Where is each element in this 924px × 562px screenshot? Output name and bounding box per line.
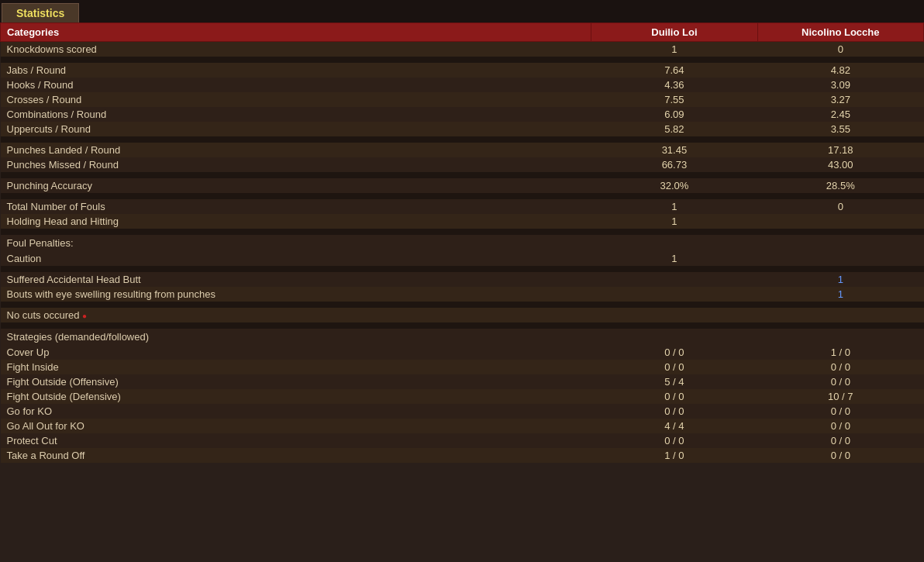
row-val-fighter1: 32.0%: [591, 178, 757, 193]
row-val-fighter2: 2.45: [757, 107, 923, 122]
no-cuts-label: No cuts occured ●: [1, 308, 591, 322]
row-val-fighter2: 1 / 0: [757, 345, 923, 360]
row-val-fighter1: 0 / 0: [591, 360, 757, 374]
spacer-row: [1, 266, 924, 272]
row-val-fighter1: 7.64: [591, 63, 757, 78]
table-row: Suffered Accidental Head Butt 1: [1, 272, 924, 287]
table-row: Fight Outside (Offensive) 5 / 4 0 / 0: [1, 374, 924, 389]
spacer-row: [1, 172, 924, 178]
row-label: Holding Head and Hitting: [1, 214, 591, 229]
row-label: Go for KO: [1, 404, 591, 419]
row-val-fighter2: 3.27: [757, 92, 923, 107]
row-val-fighter2: 0: [757, 42, 923, 57]
table-row: Protect Cut 0 / 0 0 / 0: [1, 433, 924, 448]
table-row: Go All Out for KO 4 / 4 0 / 0: [1, 419, 924, 433]
row-label: Total Number of Fouls: [1, 199, 591, 214]
no-cuts-row: No cuts occured ●: [1, 308, 924, 322]
row-label: Punches Missed / Round: [1, 157, 591, 172]
row-val-fighter1: 5.82: [591, 122, 757, 136]
table-row: Combinations / Round 6.09 2.45: [1, 107, 924, 122]
row-label: Bouts with eye swelling resulting from p…: [1, 287, 591, 302]
tab-statistics[interactable]: Statistics: [2, 3, 79, 22]
header-fighter1: Duilio Loi: [591, 23, 757, 42]
row-val-fighter1: 31.45: [591, 143, 757, 157]
row-label: Uppercuts / Round: [1, 122, 591, 136]
row-val-fighter2: 10 / 7: [757, 389, 923, 404]
row-val-fighter2: [757, 251, 923, 266]
row-val-fighter1: 1: [591, 251, 757, 266]
row-val-fighter1: 66.73: [591, 157, 757, 172]
row-val-fighter2: 0 / 0: [757, 419, 923, 433]
section-label: Foul Penalties:: [1, 235, 591, 251]
table-header: Categories Duilio Loi Nicolino Locche: [1, 23, 924, 42]
table-row: Punching Accuracy 32.0% 28.5%: [1, 178, 924, 193]
table-row: Punches Missed / Round 66.73 43.00: [1, 157, 924, 172]
row-val-fighter2: 0 / 0: [757, 433, 923, 448]
row-val-fighter1: 0 / 0: [591, 389, 757, 404]
row-val-fighter2: 0 / 0: [757, 404, 923, 419]
row-val-fighter2: 3.09: [757, 78, 923, 92]
table-row: Jabs / Round 7.64 4.82: [1, 63, 924, 78]
spacer-row: [1, 229, 924, 235]
row-val-fighter1: 7.55: [591, 92, 757, 107]
spacer-row: [1, 193, 924, 199]
row-val-fighter1: 5 / 4: [591, 374, 757, 389]
row-val-fighter1: 1: [591, 42, 757, 57]
table-row: Uppercuts / Round 5.82 3.55: [1, 122, 924, 136]
row-val-fighter2: 0 / 0: [757, 374, 923, 389]
row-val-fighter1: 1 / 0: [591, 448, 757, 463]
table-row: Go for KO 0 / 0 0 / 0: [1, 404, 924, 419]
row-val-fighter1: 0 / 0: [591, 433, 757, 448]
table-row: Fight Outside (Defensive) 0 / 0 10 / 7: [1, 389, 924, 404]
table-row: Take a Round Off 1 / 0 0 / 0: [1, 448, 924, 463]
row-label: Caution: [1, 251, 591, 266]
section-label-row: Strategies (demanded/followed): [1, 329, 924, 345]
table-row: Total Number of Fouls 1 0: [1, 199, 924, 214]
row-val-fighter2: 17.18: [757, 143, 923, 157]
row-label: Combinations / Round: [1, 107, 591, 122]
section-label-row: Foul Penalties:: [1, 235, 924, 251]
header-fighter2: Nicolino Locche: [757, 23, 923, 42]
table-row: Holding Head and Hitting 1: [1, 214, 924, 229]
row-label: Jabs / Round: [1, 63, 591, 78]
row-val-fighter1: 0 / 0: [591, 345, 757, 360]
row-val-fighter1: 4 / 4: [591, 419, 757, 433]
row-val-fighter1: 6.09: [591, 107, 757, 122]
spacer-row: [1, 322, 924, 329]
row-label: Take a Round Off: [1, 448, 591, 463]
row-val-fighter1: 1: [591, 199, 757, 214]
row-val-fighter2: [757, 214, 923, 229]
table-row: Caution 1: [1, 251, 924, 266]
tab-bar: Statistics: [0, 0, 924, 22]
table-row: Knockdowns scored 1 0: [1, 42, 924, 57]
row-label: Fight Outside (Offensive): [1, 374, 591, 389]
row-label: Punching Accuracy: [1, 178, 591, 193]
row-val-fighter2: 0 / 0: [757, 448, 923, 463]
statistics-table: Categories Duilio Loi Nicolino Locche Kn…: [0, 22, 924, 463]
row-label: Fight Inside: [1, 360, 591, 374]
row-label: Cover Up: [1, 345, 591, 360]
row-val-fighter2: 0 / 0: [757, 360, 923, 374]
row-val-fighter1: 0 / 0: [591, 404, 757, 419]
row-val-fighter2: 1: [757, 272, 923, 287]
spacer-row: [1, 302, 924, 308]
row-label: Crosses / Round: [1, 92, 591, 107]
row-label: Fight Outside (Defensive): [1, 389, 591, 404]
header-categories: Categories: [1, 23, 591, 42]
spacer-row: [1, 57, 924, 63]
row-label: Protect Cut: [1, 433, 591, 448]
row-val-fighter2: 1: [757, 287, 923, 302]
red-dot-icon: ●: [82, 312, 87, 320]
row-label: Hooks / Round: [1, 78, 591, 92]
row-label: Go All Out for KO: [1, 419, 591, 433]
table-row: Cover Up 0 / 0 1 / 0: [1, 345, 924, 360]
table-row: Fight Inside 0 / 0 0 / 0: [1, 360, 924, 374]
spacer-row: [1, 136, 924, 143]
row-val-fighter2: 4.82: [757, 63, 923, 78]
row-val-fighter2: 28.5%: [757, 178, 923, 193]
section-label: Strategies (demanded/followed): [1, 329, 591, 345]
row-val-fighter1: [591, 287, 757, 302]
row-val-fighter2: 3.55: [757, 122, 923, 136]
table-row: Bouts with eye swelling resulting from p…: [1, 287, 924, 302]
row-label: Knockdowns scored: [1, 42, 591, 57]
